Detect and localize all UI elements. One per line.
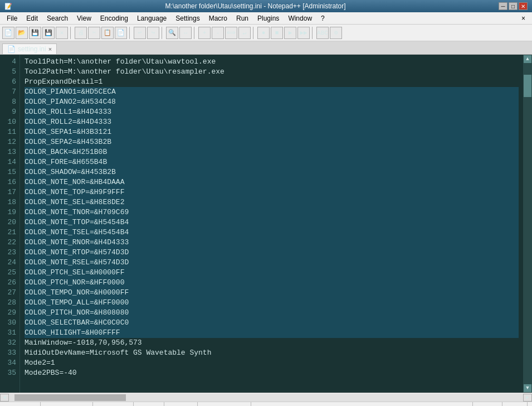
menu-search[interactable]: Search	[42, 13, 72, 23]
code-line-24: COLOR_NOTE_RSEL=&H574D3D	[25, 258, 519, 268]
tabbar: 📄 setting.ini ×	[0, 41, 532, 55]
code-line-31: COLOR_HILIGHT=&H00FFFF	[25, 328, 519, 338]
statusbar: MS ini file length : 1044 lines : 45 Ln …	[0, 402, 532, 406]
code-line-22: COLOR_NOTE_RNOR=&H4D4333	[25, 238, 519, 248]
menu-window[interactable]: Window	[284, 13, 316, 23]
paste-button[interactable]: 📄	[115, 27, 127, 39]
cut-button[interactable]: ✂	[88, 27, 100, 39]
sep5	[253, 27, 255, 39]
status-file-type: MS ini file	[4, 402, 41, 406]
close-button-tb[interactable]: ✕	[56, 27, 68, 39]
macro-play-button[interactable]: ▶	[284, 27, 296, 39]
toolbar: 📄 📂 💾 💾 ✕ 🖨 ✂ 📋 📄 ↩ ↪ 🔍 ↔ + - ⟺ ↵ ● ■ ▶ …	[0, 25, 532, 41]
menu-view[interactable]: View	[72, 13, 96, 23]
tab-close-button[interactable]: ×	[48, 46, 52, 52]
code-content: Tool1Path=M:\another folder\Utau\wavtool…	[20, 55, 523, 380]
code-line-28: COLOR_TEMPO_ALL=&HFF0000	[25, 298, 519, 308]
code-line-10: COLOR_ROLL2=&H4D4333	[25, 117, 519, 127]
hscroll-right-button[interactable]: ▶	[523, 394, 532, 402]
find-button[interactable]: 🔍	[166, 27, 178, 39]
word-wrap-button[interactable]: ↵	[238, 27, 251, 39]
code-line-33: MidiOutDevName=Microsoft GS Wavetable Sy…	[25, 348, 519, 358]
status-ins: INS	[502, 402, 528, 406]
replace-button[interactable]: ↔	[179, 27, 192, 39]
code-line-35: Mode2PBS=-40	[25, 368, 519, 378]
titlebar: 📝 M:\another folder\Utau\setting.ini - N…	[0, 0, 532, 12]
code-line-29: COLOR_PITCH_NOR=&H808080	[25, 308, 519, 318]
code-line-27: COLOR_TEMPO_NOR=&H0000FF	[25, 288, 519, 298]
code-line-17: COLOR_NOTE_TOP=&H9F9FFF	[25, 187, 519, 197]
code-line-14: COLOR_FORE=&H655B4B	[25, 157, 519, 167]
sync-scroll-button[interactable]: ⟺	[225, 27, 237, 39]
spellcheck-button[interactable]: ABC	[316, 27, 329, 39]
code-line-5: Tool2Path=M:\another folder\Utau\resampl…	[25, 67, 519, 77]
macro-run-button[interactable]: ▶▶	[297, 27, 310, 39]
menu-edit[interactable]: Edit	[22, 13, 42, 23]
menu-settings[interactable]: Settings	[171, 13, 204, 23]
redo-button[interactable]: ↪	[147, 27, 159, 39]
status-lines: lines : 45	[93, 402, 134, 406]
editor-container: 4567891011121314151617181920212223242526…	[0, 55, 532, 393]
save-button[interactable]: 💾	[29, 27, 41, 39]
menu-file[interactable]: File	[2, 13, 22, 23]
menubar: File Edit Search View Encoding Language …	[0, 12, 532, 25]
hscroll-track[interactable]	[9, 394, 523, 402]
code-line-25: COLOR_PTCH_SEL=&H0000FF	[25, 268, 519, 278]
horizontal-scrollbar[interactable]: ◀ ▶	[0, 393, 532, 402]
code-line-21: COLOR_NOTE_TSEL=&H5454B4	[25, 228, 519, 238]
macro-stop-button[interactable]: ■	[271, 27, 283, 39]
zoom-out-button[interactable]: -	[212, 27, 224, 39]
undo-button[interactable]: ↩	[134, 27, 146, 39]
code-line-4: Tool1Path=M:\another folder\Utau\wavtool…	[25, 57, 519, 67]
open-button[interactable]: 📂	[16, 27, 28, 39]
vertical-scrollbar[interactable]: ▲ ▼	[523, 55, 532, 393]
sep3	[162, 27, 164, 39]
line-numbers: 4567891011121314151617181920212223242526…	[0, 55, 20, 393]
menu-macro[interactable]: Macro	[204, 13, 232, 23]
zoom-in-button[interactable]: +	[198, 27, 211, 39]
menu-help[interactable]: ?	[316, 13, 329, 23]
code-line-6: PropExpandDetail=1	[25, 77, 519, 87]
print-button[interactable]: 🖨	[75, 27, 87, 39]
hscroll-left-button[interactable]: ◀	[0, 394, 9, 402]
close-button[interactable]: ✕	[519, 2, 528, 10]
sep6	[312, 27, 314, 39]
maximize-button[interactable]: □	[509, 2, 518, 10]
code-line-7: COLOR_PIANO1=&HD5CECA	[25, 87, 519, 97]
minimize-button[interactable]: ─	[499, 2, 507, 10]
tab-icon: 📄	[7, 45, 16, 53]
sep2	[129, 27, 131, 39]
menu-plugins[interactable]: Plugins	[253, 13, 284, 23]
code-line-34: Mode2=1	[25, 358, 519, 368]
status-ln: Ln : 7	[134, 402, 164, 406]
code-line-13: COLOR_BACK=&H251B0B	[25, 147, 519, 157]
status-encoding: Dos\Windows	[418, 402, 473, 406]
code-line-23: COLOR_NOTE_RTOP=&H574D3D	[25, 248, 519, 258]
code-line-18: COLOR_NOTE_SEL=&H8E8DE2	[25, 197, 519, 207]
code-area[interactable]: Tool1Path=M:\another folder\Utau\wavtool…	[20, 55, 523, 393]
code-line-26: COLOR_PTCH_NOR=&HFF0000	[25, 278, 519, 288]
tab-setting-ini[interactable]: 📄 setting.ini ×	[2, 44, 57, 54]
code-line-32: MainWindow=-1018,70,956,573	[25, 338, 519, 348]
code-line-20: COLOR_NOTE_TTOP=&H5454B4	[25, 218, 519, 228]
window-controls[interactable]: ─ □ ✕	[499, 2, 528, 10]
sep4	[194, 27, 196, 39]
menu-encoding[interactable]: Encoding	[96, 13, 133, 23]
status-bom: ANSI	[473, 402, 502, 406]
macro-record-button[interactable]: ●	[257, 27, 270, 39]
save-all-button[interactable]: 💾	[42, 27, 55, 39]
new-button[interactable]: 📄	[2, 27, 14, 39]
code-line-16: COLOR_NOTE_NOR=&HB4DAAA	[25, 177, 519, 187]
menu-language[interactable]: Language	[133, 13, 171, 23]
code-line-19: COLOR_NOTE_TNOR=&H709C69	[25, 207, 519, 218]
copy-button[interactable]: 📋	[101, 27, 114, 39]
extra-button[interactable]: ⚙	[330, 27, 342, 39]
scrollbar-thumb[interactable]	[524, 75, 531, 97]
menu-close[interactable]: ×	[517, 13, 530, 23]
hscroll-thumb[interactable]	[14, 394, 126, 401]
code-line-12: COLOR_SEPA2=&H453B2B	[25, 137, 519, 147]
status-sel: Sel : 606 | 25	[198, 402, 251, 406]
tab-label: setting.ini	[18, 45, 46, 53]
code-line-11: COLOR_SEPA1=&H3B3121	[25, 127, 519, 137]
menu-run[interactable]: Run	[232, 13, 253, 23]
